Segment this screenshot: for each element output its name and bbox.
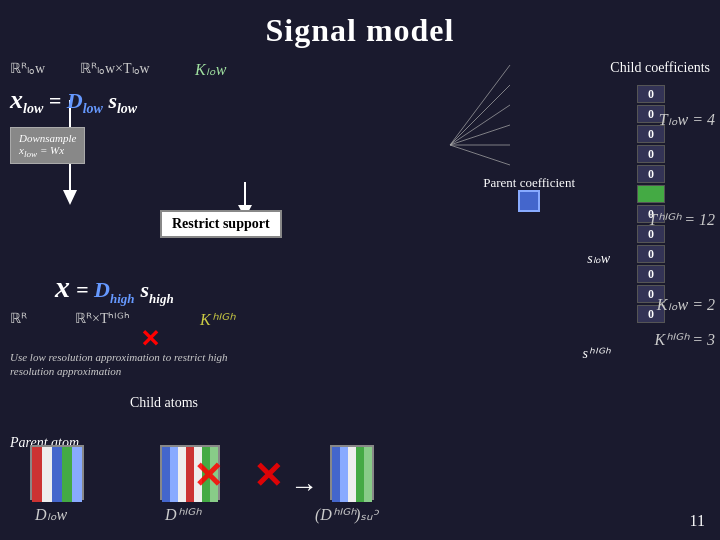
parent-coefficient-label: Parent coefficient: [483, 175, 575, 191]
dhigh-x-mark2: ✕: [253, 455, 283, 497]
main-area: ℝᴿₗₒw ℝᴿₗₒw×Tₗₒw Kₗₒw xlow = Dlow slow D…: [0, 55, 720, 535]
x-mark: ✕: [140, 325, 160, 353]
rn-label: ℝᴿ: [10, 310, 27, 327]
page-number: 11: [690, 512, 705, 530]
slow-label: sₗₒw: [587, 250, 610, 267]
restrict-support-box: Restrict support: [160, 210, 282, 238]
arrow-right: →: [290, 470, 318, 502]
coeff-cell-9: 0: [637, 265, 665, 283]
use-low-text: Use low resolution approximation to rest…: [10, 350, 230, 379]
shigh-label: sʰᴵᴳʰ: [583, 345, 610, 362]
coeff-cell-8: 0: [637, 245, 665, 263]
dhighsub-block: [330, 445, 374, 500]
dlow-block: [30, 445, 84, 500]
dlow-label: Dₗₒw: [35, 505, 67, 524]
dhigh-label: Dʰᴵᴳʰ: [165, 505, 200, 524]
klow-top-label: Kₗₒw: [195, 60, 226, 79]
downsample-label: Downsample: [19, 132, 76, 144]
child-coefficients-label: Child coefficients: [610, 60, 710, 76]
child-atoms-label: Child atoms: [130, 395, 198, 411]
dhighsub-label: (Dʰᴵᴳʰ)ₛᵤᵓ: [315, 505, 378, 524]
page-title: Signal model: [0, 0, 720, 49]
downsample-box: Downsample xlow = Wx: [10, 127, 85, 164]
dhigh-x-mark: ✕: [193, 455, 223, 497]
coeff-cell-3: 0: [637, 145, 665, 163]
rnlow-label: ℝᴿₗₒw: [10, 60, 45, 77]
downsample-eq: xlow = Wx: [19, 144, 76, 159]
coeff-cell-5: [637, 185, 665, 203]
eq-x: x = Dhigh shigh: [55, 270, 174, 307]
coeff-cell-0: 0: [637, 85, 665, 103]
formula-khigh: Kʰᴵᴳʰ = 3: [655, 330, 715, 349]
formula-klow: Kₗₒw = 2: [657, 295, 715, 314]
khigh-top-label: Kʰᴵᴳʰ: [200, 310, 234, 329]
eq-xlow: xlow = Dlow slow: [10, 85, 137, 117]
parent-coeff-cell: [518, 190, 540, 212]
formula-tlow: Tₗₒw = 4: [659, 110, 715, 129]
rn-times-t-label: ℝᴿₗₒw×Tₗₒw: [80, 60, 150, 77]
formula-thigh: Tʰᴵᴳʰ = 12: [648, 210, 715, 229]
coeff-cell-4: 0: [637, 165, 665, 183]
rn-times-thigh-label: ℝᴿ×Tʰᴵᴳʰ: [75, 310, 130, 327]
